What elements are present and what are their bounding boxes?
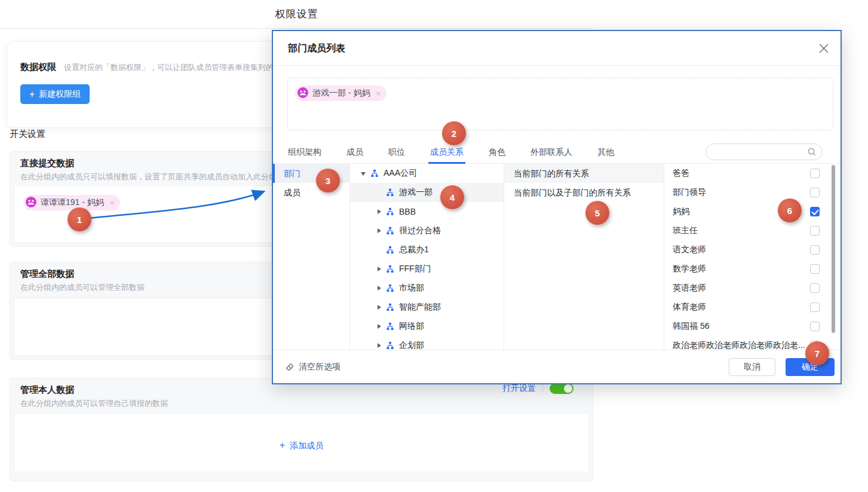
modal-header: 部门成员列表 — [273, 31, 841, 66]
vertical-separator — [542, 384, 543, 393]
tab-6[interactable]: 其他 — [597, 140, 614, 164]
clipped-settings-link[interactable]: 打开设置 — [502, 383, 536, 394]
new-permission-group-button[interactable]: + 新建权限组 — [20, 84, 90, 104]
tree-node-9[interactable]: 企划部 — [350, 336, 504, 350]
caret-right-icon[interactable] — [376, 323, 382, 329]
caret-down-icon[interactable] — [361, 170, 367, 176]
data-permission-heading: 数据权限 — [20, 62, 56, 73]
tree-node-label: BBB — [399, 207, 416, 216]
checkbox[interactable] — [810, 264, 820, 274]
annotation-badge-1: 1 — [68, 207, 91, 231]
caret-right-icon[interactable] — [376, 304, 382, 310]
plus-icon: + — [29, 89, 35, 100]
member-label: 班主任 — [673, 225, 810, 236]
tree-node-3[interactable]: 很过分合格 — [350, 221, 504, 240]
tree-node-label: 很过分合格 — [399, 225, 441, 236]
selected-tags-box: 游戏一部 - 妈妈 × — [287, 78, 833, 130]
caret-right-icon[interactable] — [376, 266, 382, 272]
search-box[interactable] — [706, 143, 823, 160]
caret-spacer — [376, 247, 382, 253]
tree-node-5[interactable]: FFF部门 — [350, 259, 504, 279]
modal-tab-bar: 组织架构成员职位成员关系角色外部联系人其他 — [273, 140, 841, 164]
selected-member-tag[interactable]: 游戏一部 - 妈妈 × — [295, 85, 387, 101]
tree-node-label: 网络部 — [399, 321, 424, 332]
scrollbar[interactable] — [832, 165, 835, 333]
toggle-knob — [564, 384, 572, 393]
org-department-icon — [386, 341, 394, 350]
tree-node-label: 游戏一部 — [399, 187, 433, 198]
caret-right-icon[interactable] — [376, 343, 382, 349]
member-relation-icon — [297, 87, 308, 100]
relation-option-1[interactable]: 当前部门以及子部门的所有关系 — [504, 183, 664, 202]
tree-node-label: FFF部门 — [399, 264, 431, 274]
section-description: 在此分组内的成员可以管理全部数据 — [20, 282, 145, 293]
modal-columns: 部门成员 AAA公司游戏一部BBB很过分合格总裁办1FFF部门市场部智能产能部网… — [273, 164, 841, 350]
switch-settings-label: 开关设置 — [10, 129, 45, 140]
checkbox[interactable] — [810, 188, 820, 197]
org-department-icon — [386, 207, 394, 216]
caret-right-icon[interactable] — [376, 285, 382, 291]
member-row: 妈妈 — [664, 202, 841, 221]
member-row: 部门领导 — [664, 183, 841, 202]
tab-0[interactable]: 组织架构 — [288, 140, 321, 164]
member-label: 爸爸 — [673, 168, 810, 179]
checkbox[interactable] — [810, 226, 820, 236]
tab-2[interactable]: 职位 — [388, 140, 405, 164]
relation-options-column: 当前部门的所有关系当前部门以及子部门的所有关系 — [504, 164, 664, 350]
checkbox[interactable] — [810, 283, 820, 293]
caret-spacer — [376, 190, 382, 195]
checkbox[interactable] — [810, 169, 820, 178]
section-manage-own: 管理本人数据 在此分组内的成员可以管理自己填报的数据 打开设置 +添加成员 — [10, 378, 593, 481]
annotation-badge-5: 5 — [585, 201, 609, 225]
search-icon — [807, 147, 817, 157]
cancel-button[interactable]: 取消 — [729, 358, 775, 376]
tree-node-0[interactable]: AAA公司 — [350, 164, 504, 183]
tab-4[interactable]: 角色 — [489, 140, 505, 164]
tree-node-7[interactable]: 智能产能部 — [350, 298, 504, 317]
tab-1[interactable]: 成员 — [346, 140, 363, 164]
org-department-icon — [386, 188, 394, 197]
add-member-link[interactable]: +添加成员 — [14, 440, 588, 451]
org-department-icon — [386, 322, 394, 331]
caret-right-icon[interactable] — [376, 209, 382, 215]
tag-remove-icon[interactable]: × — [376, 89, 381, 98]
tree-node-label: 总裁办1 — [399, 245, 429, 255]
checkbox[interactable] — [810, 322, 820, 331]
section-title: 管理全部数据 — [20, 268, 74, 280]
relation-option-0[interactable]: 当前部门的所有关系 — [504, 164, 664, 183]
close-icon[interactable] — [818, 43, 829, 54]
tree-node-8[interactable]: 网络部 — [350, 317, 504, 336]
plus-icon: + — [280, 440, 285, 450]
category-nav-column: 部门成员 — [273, 164, 350, 350]
tree-node-1[interactable]: 游戏一部 — [350, 183, 504, 202]
member-label: 体育老师 — [673, 302, 810, 313]
search-input[interactable] — [713, 145, 803, 159]
checkbox[interactable] — [810, 245, 820, 255]
member-row: 英语老师 — [664, 279, 841, 298]
member-label: 政治老师政治老师政治老师政治老... — [673, 340, 810, 350]
member-row: 爸爸 — [664, 164, 841, 183]
annotation-badge-7: 7 — [805, 341, 829, 365]
member-row: 班主任 — [664, 221, 841, 240]
checkbox-checked[interactable] — [810, 207, 820, 216]
caret-right-icon[interactable] — [376, 228, 382, 234]
annotation-badge-4: 4 — [440, 185, 464, 209]
checkbox[interactable] — [810, 302, 820, 312]
section-description: 在此分组内的成员可以管理自己填报的数据 — [20, 398, 168, 409]
annotation-badge-6: 6 — [778, 198, 802, 222]
org-department-icon — [386, 284, 394, 292]
clear-selection-link[interactable]: 清空所选项 — [285, 362, 341, 372]
tab-5[interactable]: 外部联系人 — [530, 140, 572, 164]
tree-node-6[interactable]: 市场部 — [350, 279, 504, 298]
toggle-switch-on[interactable] — [550, 383, 573, 394]
org-department-icon — [386, 303, 394, 311]
tree-node-4[interactable]: 总裁办1 — [350, 240, 504, 259]
member-row: 体育老师 — [664, 298, 841, 317]
tree-node-2[interactable]: BBB — [350, 202, 504, 221]
member-relation-icon — [26, 197, 36, 209]
member-label: 语文老师 — [673, 245, 810, 255]
member-label: 部门领导 — [673, 187, 810, 198]
annotation-arrow — [84, 181, 281, 232]
org-department-icon — [386, 265, 394, 273]
section-title: 直接提交数据 — [20, 158, 74, 169]
